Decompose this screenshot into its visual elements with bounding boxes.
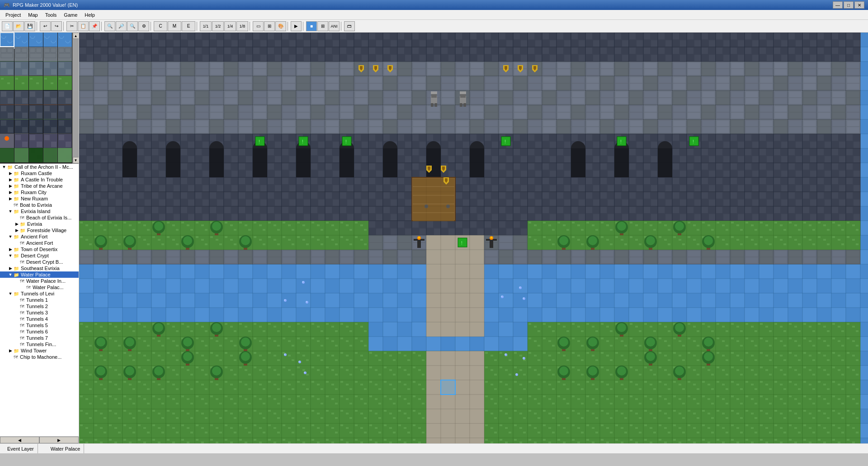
tile-scrollbar[interactable]: ▲ ▼ <box>72 33 79 163</box>
tree-item-28[interactable]: 🗺Tunnels Fin... <box>0 341 79 347</box>
tree-item-1[interactable]: ▶📁Ruxam Castle <box>0 170 79 176</box>
tree-item-7[interactable]: ▼📁Evrixia Island <box>0 208 79 214</box>
tree-item-8[interactable]: 🗺Beach of Evrixia Is... <box>0 214 79 221</box>
tree-item-30[interactable]: 🗺Chip to Machone... <box>0 354 79 360</box>
undo-button[interactable]: ↩ <box>40 21 51 31</box>
tree-expand-1[interactable]: ▶ <box>8 171 13 176</box>
tree-item-19[interactable]: 🗺Water Palac... <box>0 284 79 290</box>
scroll-down-arrow[interactable]: ▼ <box>73 157 79 163</box>
event-button[interactable]: E <box>182 21 195 31</box>
tree-item-9[interactable]: ▶📁Evrixia <box>0 221 79 227</box>
zoom-button[interactable]: 🔎 <box>116 21 127 31</box>
tree-expand-20[interactable]: ▼ <box>8 291 13 296</box>
close-button[interactable]: ✕ <box>854 1 864 9</box>
tree-item-20[interactable]: ▼📁Tunnels of Levi <box>0 290 79 297</box>
new-button[interactable]: 📄 <box>2 21 13 31</box>
map-area[interactable] <box>79 33 868 443</box>
tree-expand-3[interactable]: ▶ <box>8 184 13 188</box>
scale-1-1[interactable]: 1/1 <box>200 21 212 31</box>
tree-expand-11[interactable]: ▼ <box>8 234 13 239</box>
tree-expand-5[interactable]: ▶ <box>8 196 13 201</box>
tree-expand-29[interactable]: ▶ <box>8 348 13 353</box>
minimize-button[interactable]: — <box>833 1 843 9</box>
settings-button[interactable]: ⚙ <box>138 21 149 31</box>
tree-item-18[interactable]: 🗺Water Palace In... <box>0 278 79 284</box>
folder-icon-10: 📁 <box>20 228 25 233</box>
save-button[interactable]: 💾 <box>24 21 35 31</box>
menu-map[interactable]: Map <box>24 11 41 19</box>
tree-expand-15 <box>14 260 19 264</box>
tree-scroll-right[interactable]: ▶ <box>39 437 79 443</box>
map-props-button[interactable]: M <box>168 21 181 31</box>
copy-button[interactable]: 📋 <box>78 21 89 31</box>
tree-item-3[interactable]: ▶📁Tribe of the Arcane <box>0 183 79 189</box>
tree-item-0[interactable]: ▼📁Call of the Archon II - Mc... <box>0 164 79 170</box>
tree-item-5[interactable]: ▶📁New Ruxam <box>0 195 79 202</box>
scale-1-8[interactable]: 1/8 <box>236 21 248 31</box>
tree-expand-10[interactable]: ▶ <box>14 228 19 233</box>
chipset-button[interactable]: C <box>154 21 167 31</box>
menu-tools[interactable]: Tools <box>42 11 61 19</box>
tree-expand-16[interactable]: ▶ <box>8 266 13 271</box>
play-button[interactable]: ▶ <box>291 21 302 31</box>
tree-expand-0[interactable]: ▼ <box>2 165 6 169</box>
tile-canvas[interactable] <box>0 33 72 164</box>
scroll-track[interactable] <box>73 39 79 157</box>
tree-item-29[interactable]: ▶📁Wind Tower <box>0 347 79 354</box>
tree-item-26[interactable]: 🗺Tunnels 6 <box>0 328 79 335</box>
tree-item-15[interactable]: 🗺Desert Crypt B... <box>0 259 79 265</box>
tree-expand-4[interactable]: ▶ <box>8 190 13 195</box>
tree-label-11: Ancient Fort <box>21 234 47 239</box>
maximize-button[interactable]: □ <box>844 1 854 9</box>
tree-item-21[interactable]: 🗺Tunnels 1 <box>0 297 79 303</box>
tree-panel[interactable]: ▼📁Call of the Archon II - Mc...▶📁Ruxam C… <box>0 164 79 436</box>
tree-expand-7[interactable]: ▼ <box>8 209 13 214</box>
database-button[interactable]: 🗃 <box>344 21 355 31</box>
tree-expand-2[interactable]: ▶ <box>8 177 13 182</box>
titlebar-controls[interactable]: — □ ✕ <box>833 1 864 9</box>
tree-item-24[interactable]: 🗺Tunnels 4 <box>0 316 79 322</box>
tile-picker[interactable]: ▲ ▼ <box>0 33 79 164</box>
select-button[interactable]: ▭ <box>253 21 264 31</box>
map-canvas[interactable] <box>79 33 868 443</box>
tree-item-16[interactable]: ▶📁Southeast Evrixia <box>0 265 79 271</box>
tree-label-29: Wind Tower <box>21 348 47 353</box>
tree-item-12[interactable]: 🗺Ancient Fort <box>0 240 79 246</box>
tree-item-22[interactable]: 🗺Tunnels 2 <box>0 303 79 309</box>
tree-item-10[interactable]: ▶📁Forestside Village <box>0 227 79 233</box>
tree-item-13[interactable]: ▶📁Town of Desertix <box>0 246 79 252</box>
separator1 <box>37 22 38 31</box>
tree-item-2[interactable]: ▶📁A Castle In Trouble <box>0 176 79 183</box>
tree-item-11[interactable]: ▼📁Ancient Fort <box>0 233 79 240</box>
tree-expand-17[interactable]: ▼ <box>8 272 13 277</box>
tree-item-25[interactable]: 🗺Tunnels 5 <box>0 322 79 328</box>
tree-expand-9[interactable]: ▶ <box>14 222 19 226</box>
tree-item-27[interactable]: 🗺Tunnels 7 <box>0 335 79 341</box>
search-button[interactable]: 🔍 <box>104 21 115 31</box>
tree-expand-14[interactable]: ▼ <box>8 253 13 258</box>
tree-scroll-left[interactable]: ◀ <box>0 437 39 443</box>
menu-game[interactable]: Game <box>60 11 81 19</box>
scale-1-4[interactable]: 1/4 <box>224 21 236 31</box>
scroll-up-arrow[interactable]: ▲ <box>73 33 79 39</box>
tree-expand-13[interactable]: ▶ <box>8 247 13 252</box>
zoom-fit-button[interactable]: ⊞ <box>264 21 275 31</box>
separator8 <box>303 22 305 31</box>
paste-button[interactable]: 📌 <box>89 21 100 31</box>
menu-project[interactable]: Project <box>2 11 24 19</box>
tree-item-14[interactable]: ▼📁Desert Crypt <box>0 252 79 259</box>
ani-button[interactable]: ANI <box>329 21 340 31</box>
cut-button[interactable]: ✂ <box>66 21 77 31</box>
palette-button[interactable]: 🎨 <box>275 21 286 31</box>
tree-item-17[interactable]: ▼📁Water Palace <box>0 271 79 278</box>
open-button[interactable]: 📂 <box>13 21 24 31</box>
redo-button[interactable]: ↪ <box>51 21 62 31</box>
grid-button[interactable]: ⊞ <box>317 21 328 31</box>
fill-button[interactable]: ■ <box>306 21 317 31</box>
menu-help[interactable]: Help <box>81 11 99 19</box>
zoom-out-button[interactable]: 🔍 <box>127 21 138 31</box>
tree-item-4[interactable]: ▶📁Ruxam City <box>0 189 79 195</box>
tree-item-6[interactable]: 🗺Boat to Evrixia <box>0 202 79 208</box>
scale-1-2[interactable]: 1/2 <box>212 21 224 31</box>
tree-item-23[interactable]: 🗺Tunnels 3 <box>0 309 79 316</box>
